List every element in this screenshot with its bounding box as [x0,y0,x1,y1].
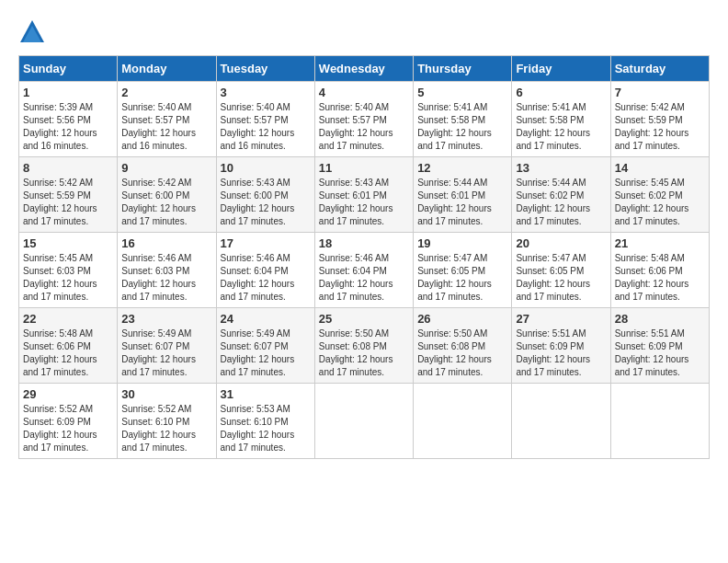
day-info: Sunrise: 5:45 AMSunset: 6:03 PMDaylight:… [23,252,113,304]
day-info: Sunrise: 5:44 AMSunset: 6:01 PMDaylight:… [417,177,507,228]
day-number: 26 [417,312,507,326]
day-number: 6 [516,86,606,99]
day-number: 24 [221,312,311,326]
calendar-cell: 5Sunrise: 5:41 AMSunset: 5:58 PMDaylight… [414,82,512,157]
column-header-friday: Friday [512,56,610,82]
column-header-monday: Monday [118,56,216,82]
calendar-cell: 16Sunrise: 5:46 AMSunset: 6:03 PMDayligh… [118,233,216,308]
day-number: 5 [417,86,507,99]
day-number: 16 [121,236,211,250]
calendar-header-row: SundayMondayTuesdayWednesdayThursdayFrid… [19,56,710,82]
day-info: Sunrise: 5:53 AMSunset: 6:10 PMDaylight:… [221,403,311,454]
day-number: 28 [615,312,705,326]
day-number: 20 [516,236,606,250]
calendar-cell: 24Sunrise: 5:49 AMSunset: 6:07 PMDayligh… [216,308,314,384]
calendar-week-row: 29Sunrise: 5:52 AMSunset: 6:09 PMDayligh… [19,384,710,459]
day-info: Sunrise: 5:50 AMSunset: 6:08 PMDaylight:… [417,327,507,379]
day-number: 23 [121,312,211,326]
day-info: Sunrise: 5:48 AMSunset: 6:06 PMDaylight:… [615,252,705,304]
day-info: Sunrise: 5:43 AMSunset: 6:00 PMDaylight:… [221,177,311,228]
calendar-cell: 29Sunrise: 5:52 AMSunset: 6:09 PMDayligh… [19,384,118,459]
calendar-cell: 18Sunrise: 5:46 AMSunset: 6:04 PMDayligh… [314,233,413,308]
calendar-cell [414,384,512,459]
day-info: Sunrise: 5:50 AMSunset: 6:08 PMDaylight:… [319,327,409,379]
day-number: 11 [319,161,409,175]
calendar-cell: 30Sunrise: 5:52 AMSunset: 6:10 PMDayligh… [118,384,216,459]
day-info: Sunrise: 5:40 AMSunset: 5:57 PMDaylight:… [319,101,409,153]
day-info: Sunrise: 5:46 AMSunset: 6:04 PMDaylight:… [221,252,311,304]
day-info: Sunrise: 5:43 AMSunset: 6:01 PMDaylight:… [319,177,409,228]
day-info: Sunrise: 5:49 AMSunset: 6:07 PMDaylight:… [221,327,311,379]
day-number: 14 [615,161,705,175]
column-header-thursday: Thursday [414,56,512,82]
day-number: 1 [23,86,113,99]
calendar-week-row: 1Sunrise: 5:39 AMSunset: 5:56 PMDaylight… [19,82,710,157]
calendar-cell: 31Sunrise: 5:53 AMSunset: 6:10 PMDayligh… [216,384,314,459]
day-info: Sunrise: 5:42 AMSunset: 5:59 PMDaylight:… [23,177,113,228]
day-number: 3 [221,86,311,99]
calendar-cell: 12Sunrise: 5:44 AMSunset: 6:01 PMDayligh… [414,157,512,233]
day-number: 17 [221,236,311,250]
day-number: 27 [516,312,606,326]
day-number: 4 [319,86,409,99]
day-info: Sunrise: 5:44 AMSunset: 6:02 PMDaylight:… [516,177,606,228]
day-number: 7 [615,86,705,99]
calendar-cell: 26Sunrise: 5:50 AMSunset: 6:08 PMDayligh… [414,308,512,384]
day-number: 9 [121,161,211,175]
day-number: 22 [23,312,113,326]
day-number: 31 [221,387,311,401]
day-info: Sunrise: 5:46 AMSunset: 6:03 PMDaylight:… [121,252,211,304]
day-info: Sunrise: 5:45 AMSunset: 6:02 PMDaylight:… [615,177,705,228]
day-info: Sunrise: 5:41 AMSunset: 5:58 PMDaylight:… [516,101,606,153]
calendar-cell: 19Sunrise: 5:47 AMSunset: 6:05 PMDayligh… [414,233,512,308]
calendar-cell: 20Sunrise: 5:47 AMSunset: 6:05 PMDayligh… [512,233,610,308]
column-header-saturday: Saturday [610,56,709,82]
column-header-tuesday: Tuesday [216,56,314,82]
day-number: 13 [516,161,606,175]
calendar-cell: 15Sunrise: 5:45 AMSunset: 6:03 PMDayligh… [19,233,118,308]
day-info: Sunrise: 5:51 AMSunset: 6:09 PMDaylight:… [516,327,606,379]
calendar-week-row: 15Sunrise: 5:45 AMSunset: 6:03 PMDayligh… [19,233,710,308]
day-info: Sunrise: 5:51 AMSunset: 6:09 PMDaylight:… [615,327,705,379]
calendar-week-row: 22Sunrise: 5:48 AMSunset: 6:06 PMDayligh… [19,308,710,384]
day-number: 15 [23,236,113,250]
day-number: 21 [615,236,705,250]
day-info: Sunrise: 5:47 AMSunset: 6:05 PMDaylight:… [516,252,606,304]
day-info: Sunrise: 5:47 AMSunset: 6:05 PMDaylight:… [417,252,507,304]
day-number: 19 [417,236,507,250]
calendar-cell [610,384,709,459]
day-info: Sunrise: 5:40 AMSunset: 5:57 PMDaylight:… [221,101,311,153]
calendar-cell: 1Sunrise: 5:39 AMSunset: 5:56 PMDaylight… [19,82,118,157]
day-number: 12 [417,161,507,175]
day-number: 18 [319,236,409,250]
calendar-cell: 14Sunrise: 5:45 AMSunset: 6:02 PMDayligh… [610,157,709,233]
calendar-cell: 22Sunrise: 5:48 AMSunset: 6:06 PMDayligh… [19,308,118,384]
day-info: Sunrise: 5:42 AMSunset: 5:59 PMDaylight:… [615,101,705,153]
calendar-cell: 17Sunrise: 5:46 AMSunset: 6:04 PMDayligh… [216,233,314,308]
calendar-table: SundayMondayTuesdayWednesdayThursdayFrid… [18,55,710,459]
header [18,18,710,46]
calendar-cell: 28Sunrise: 5:51 AMSunset: 6:09 PMDayligh… [610,308,709,384]
day-info: Sunrise: 5:52 AMSunset: 6:09 PMDaylight:… [23,403,113,454]
calendar-cell: 7Sunrise: 5:42 AMSunset: 5:59 PMDaylight… [610,82,709,157]
calendar-cell: 13Sunrise: 5:44 AMSunset: 6:02 PMDayligh… [512,157,610,233]
calendar-cell: 2Sunrise: 5:40 AMSunset: 5:57 PMDaylight… [118,82,216,157]
day-info: Sunrise: 5:39 AMSunset: 5:56 PMDaylight:… [23,101,113,153]
day-info: Sunrise: 5:52 AMSunset: 6:10 PMDaylight:… [121,403,211,454]
day-info: Sunrise: 5:41 AMSunset: 5:58 PMDaylight:… [417,101,507,153]
calendar-cell: 27Sunrise: 5:51 AMSunset: 6:09 PMDayligh… [512,308,610,384]
day-info: Sunrise: 5:48 AMSunset: 6:06 PMDaylight:… [23,327,113,379]
calendar-cell: 10Sunrise: 5:43 AMSunset: 6:00 PMDayligh… [216,157,314,233]
calendar-cell [314,384,413,459]
day-number: 10 [221,161,311,175]
column-header-sunday: Sunday [19,56,118,82]
logo-icon [18,18,46,46]
column-header-wednesday: Wednesday [314,56,413,82]
calendar-cell: 25Sunrise: 5:50 AMSunset: 6:08 PMDayligh… [314,308,413,384]
calendar-cell: 8Sunrise: 5:42 AMSunset: 5:59 PMDaylight… [19,157,118,233]
day-number: 25 [319,312,409,326]
day-number: 8 [23,161,113,175]
day-number: 29 [23,387,113,401]
logo [18,18,50,46]
calendar-cell: 9Sunrise: 5:42 AMSunset: 6:00 PMDaylight… [118,157,216,233]
